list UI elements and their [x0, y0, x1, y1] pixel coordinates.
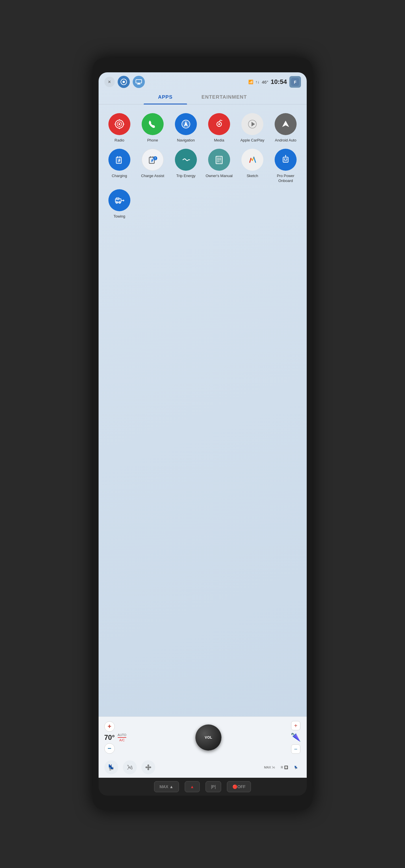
app-grid: Radio Phone — [99, 104, 307, 228]
sketch-icon — [241, 149, 263, 171]
tab-bar: APPS ENTERTAINMENT — [99, 90, 307, 104]
right-info: MAX 🌬 R 🔲 💺 — [264, 766, 301, 769]
svg-marker-21 — [251, 122, 255, 126]
right-controls: + 🌂 − — [291, 721, 301, 754]
app-phone[interactable]: Phone — [138, 113, 168, 143]
climate-bar: + 70° − AUTO A/C VOL — [99, 716, 307, 758]
app-owners-manual[interactable]: Owner's Manual — [204, 149, 234, 183]
svg-point-42 — [284, 159, 285, 160]
tab-apps[interactable]: APPS — [144, 90, 187, 104]
status-left: × — [104, 76, 145, 88]
content-spacer — [99, 228, 307, 716]
volume-knob-container: VOL — [195, 724, 222, 750]
app-trip-energy[interactable]: Trip Energy — [171, 149, 201, 183]
status-right: 📶 ↑↓ 46° 10:54 F — [248, 76, 301, 88]
radio-label: Radio — [114, 138, 124, 143]
svg-point-9 — [119, 123, 120, 125]
svg-point-55 — [147, 768, 149, 770]
physical-controls: MAX ▲ ▲ |P| 🔴OFF — [99, 778, 307, 796]
svg-point-53 — [148, 767, 149, 768]
off-button[interactable]: 🔴OFF — [227, 781, 251, 792]
svg-marker-46 — [285, 155, 286, 156]
temperature-display: 46° — [262, 80, 269, 85]
app-media[interactable]: Media — [204, 113, 234, 143]
svg-point-17 — [218, 123, 220, 125]
parking-sensors-button[interactable]: |P| — [206, 781, 222, 792]
charge-assist-icon: ! — [142, 149, 164, 171]
main-screen: × — [99, 72, 307, 778]
rear-info: R 🔲 — [281, 766, 288, 769]
media-label: Media — [214, 138, 224, 143]
app-towing[interactable]: Towing — [104, 189, 135, 219]
navigation-icon — [175, 113, 197, 135]
app-charging[interactable]: Charging — [104, 149, 135, 183]
svg-point-1 — [123, 81, 125, 83]
temp-decrease-button[interactable]: − — [104, 743, 115, 754]
pro-power-icon — [275, 149, 297, 171]
media-icon — [208, 113, 230, 135]
apps-switcher-button[interactable] — [117, 76, 130, 88]
vol-label: VOL — [205, 736, 212, 740]
svg-text:F: F — [294, 80, 296, 85]
seat-info: 💺 — [294, 766, 298, 769]
wiper-icon[interactable]: 🌂 — [291, 733, 301, 742]
wifi-icon: 📶 — [248, 80, 253, 84]
phone-icon — [142, 113, 164, 135]
temp-display: 70° — [104, 734, 115, 742]
svg-point-52 — [123, 200, 124, 201]
svg-point-57 — [149, 767, 151, 768]
app-charge-assist[interactable]: ! Charge Assist — [138, 149, 168, 183]
volume-knob[interactable]: VOL — [195, 724, 222, 750]
wiper-increase-button[interactable]: + — [291, 721, 300, 730]
trip-energy-icon — [175, 149, 197, 171]
carplay-label: Apple CarPlay — [240, 138, 264, 143]
charging-icon — [108, 149, 130, 171]
charge-assist-label: Charge Assist — [141, 174, 164, 179]
pro-power-label: Pro Power Onboard — [271, 174, 301, 183]
svg-point-56 — [145, 767, 148, 768]
carplay-icon — [241, 113, 263, 135]
screen-bezel: × — [99, 72, 307, 796]
max-defrost-button[interactable]: MAX ▲ — [154, 781, 179, 792]
heated-seat-icon[interactable]: 💺 — [104, 761, 118, 774]
towing-icon — [108, 189, 130, 211]
towing-label: Towing — [113, 214, 125, 219]
hazard-button[interactable]: ▲ — [185, 781, 200, 792]
ac-label: A/C — [120, 738, 125, 742]
app-android-auto[interactable]: Android Auto — [271, 113, 301, 143]
android-auto-icon — [275, 113, 297, 135]
navigation-label: Navigation — [177, 138, 195, 143]
clock-display: 10:54 — [271, 78, 287, 86]
user-avatar[interactable]: F — [290, 76, 301, 88]
app-radio[interactable]: Radio — [104, 113, 135, 143]
rear-defrost-icon[interactable]: 🌬 — [123, 761, 137, 774]
owners-manual-label: Owner's Manual — [206, 174, 233, 179]
media-button[interactable] — [133, 76, 145, 88]
owners-manual-icon — [208, 149, 230, 171]
fan-icon[interactable] — [141, 761, 155, 774]
app-apple-carplay[interactable]: Apple CarPlay — [237, 113, 268, 143]
phone-label: Phone — [147, 138, 158, 143]
temp-value: 70° — [104, 734, 115, 742]
svg-point-50 — [119, 202, 121, 204]
android-auto-label: Android Auto — [275, 138, 296, 143]
tab-entertainment[interactable]: ENTERTAINMENT — [187, 90, 261, 104]
status-bar: × — [99, 72, 307, 90]
svg-rect-48 — [116, 197, 119, 199]
radio-icon — [108, 113, 130, 135]
app-sketch[interactable]: Sketch — [237, 149, 268, 183]
sketch-label: Sketch — [246, 174, 258, 179]
svg-rect-41 — [283, 157, 288, 162]
bottom-icons-row: 💺 🌬 MAX 🌬 R 🔲 💺 — [99, 758, 307, 778]
device-frame: × — [93, 58, 312, 810]
app-navigation[interactable]: Navigation — [171, 113, 201, 143]
temp-increase-button[interactable]: + — [104, 721, 115, 732]
auto-label: AUTO — [117, 733, 126, 737]
svg-marker-22 — [282, 121, 289, 127]
close-button[interactable]: × — [104, 77, 115, 87]
svg-point-49 — [116, 202, 117, 204]
wiper-decrease-button[interactable]: − — [291, 744, 300, 754]
svg-rect-2 — [136, 80, 142, 83]
signal-icon: ↑↓ — [256, 80, 260, 84]
app-pro-power-onboard[interactable]: Pro Power Onboard — [271, 149, 301, 183]
